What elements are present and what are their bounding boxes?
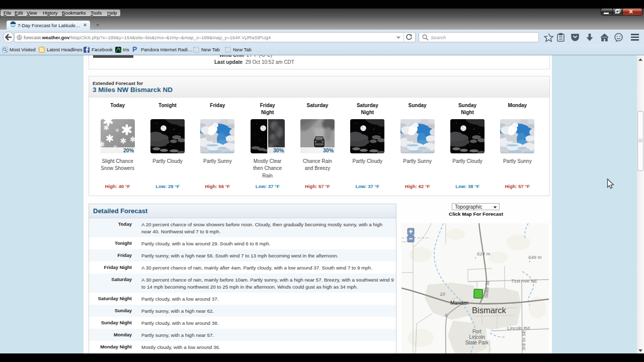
svg-text:6: 6	[445, 312, 448, 318]
svg-text:Bismarck: Bismarck	[472, 306, 507, 315]
svg-text:614 m: 614 m	[477, 251, 490, 256]
svg-text:30%: 30%	[273, 147, 284, 153]
svg-text:3rd St SE: 3rd St SE	[521, 330, 526, 350]
svg-text:649 m: 649 m	[528, 254, 541, 260]
svg-text:Fort: Fort	[472, 329, 481, 334]
svg-text:State Park: State Park	[465, 340, 490, 345]
svg-text:Lincoln: Lincoln	[469, 334, 485, 340]
svg-text:20%: 20%	[123, 147, 134, 153]
svg-text:Mandan: Mandan	[450, 300, 468, 306]
svg-text:71st Ave NE: 71st Ave NE	[511, 278, 537, 284]
svg-text:Lincoln Rd: Lincoln Rd	[507, 325, 530, 331]
svg-text:10: 10	[440, 291, 445, 297]
svg-text:30%: 30%	[323, 147, 334, 153]
